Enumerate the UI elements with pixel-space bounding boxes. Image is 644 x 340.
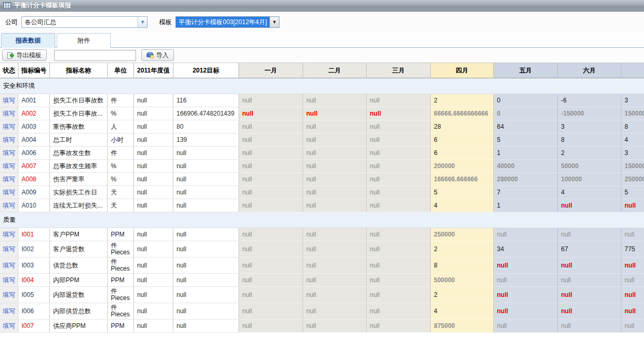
month-value-cell: null — [367, 228, 431, 241]
indicator-name-cell: 客户退货数 — [50, 241, 108, 257]
fill-link[interactable]: 填写 — [0, 287, 18, 303]
month-value-cell: 8 — [558, 133, 621, 147]
indicator-code-cell: A010 — [18, 199, 50, 212]
target-2012-cell: null — [173, 241, 239, 257]
month-value-cell: 3 — [558, 120, 621, 133]
indicator-row: 填写I005内部退货数件Piecesnullnullnullnullnull2n… — [0, 287, 644, 303]
export-template-button[interactable]: 导出模板 — [2, 49, 47, 61]
month-value-cell: null — [303, 186, 367, 199]
column-header: 二月 — [303, 63, 367, 78]
month-value-cell: null — [558, 199, 621, 212]
indicator-code-cell: A004 — [18, 133, 50, 147]
toolbar: 导出模板 导入 — [0, 48, 644, 63]
value-2011-cell: null — [134, 186, 173, 199]
fill-link[interactable]: 填写 — [0, 257, 18, 274]
month-value-cell: 250000 — [431, 228, 494, 241]
chevron-down-icon[interactable]: ▼ — [269, 17, 279, 27]
month-value-cell: null — [303, 228, 367, 241]
month-value-cell: null — [367, 173, 431, 186]
fill-link[interactable]: 填写 — [0, 186, 18, 199]
fill-link[interactable]: 填写 — [0, 228, 18, 241]
month-value-cell: null — [239, 173, 303, 186]
month-value-cell: 2 — [431, 241, 494, 257]
month-value-cell: -150000 — [558, 107, 621, 120]
month-value-cell: null — [367, 257, 431, 274]
month-value-cell: 4 — [431, 199, 494, 212]
value-2011-cell: null — [134, 257, 173, 274]
month-value-cell: 2 — [558, 147, 621, 160]
month-value-cell: null — [239, 303, 303, 320]
month-value-cell: null — [494, 320, 558, 333]
month-value-cell: 5 — [431, 186, 494, 199]
indicator-code-cell: A008 — [18, 173, 50, 186]
column-header: 五月 — [494, 63, 558, 78]
indicator-row: 填写A009实际损失工作日天nullnullnullnullnull5745 — [0, 186, 644, 199]
fill-link[interactable]: 填写 — [0, 160, 18, 173]
fill-link[interactable]: 填写 — [0, 120, 18, 133]
unit-cell: 人 — [108, 120, 134, 133]
month-value-cell: 1 — [494, 147, 558, 160]
indicator-name-cell: 连续无工时损失... — [50, 199, 108, 212]
value-2011-cell: null — [134, 160, 173, 173]
month-value-cell: null — [494, 228, 558, 241]
tab-strip: 报表数据附件 — [0, 33, 644, 48]
page-title: 平衡计分卡模板填报 — [14, 1, 71, 10]
column-header: 2012目标 — [173, 63, 239, 78]
month-value-cell: 250000 — [621, 173, 644, 186]
indicator-row: 填写I007供应商PPMPPMnullnullnullnullnull87500… — [0, 320, 644, 333]
month-value-cell: 875000 — [431, 320, 494, 333]
import-button[interactable]: 导入 — [141, 49, 174, 61]
month-value-cell: 3 — [621, 147, 644, 160]
value-2011-cell: null — [134, 173, 173, 186]
tab-attachments[interactable]: 附件 — [57, 33, 111, 48]
month-value-cell: 500000 — [431, 274, 494, 287]
month-value-cell: 166666.666666 — [431, 173, 494, 186]
fill-link[interactable]: 填写 — [0, 320, 18, 333]
unit-cell: 件Pieces — [108, 287, 134, 303]
fill-link[interactable]: 填写 — [0, 147, 18, 160]
month-value-cell: 100000 — [558, 173, 621, 186]
indicator-name-cell: 损失工作日事故数 — [50, 94, 108, 107]
indicator-name-cell: 总事故发生数 — [50, 147, 108, 160]
value-2011-cell: null — [134, 133, 173, 147]
month-value-cell: null — [303, 133, 367, 147]
fill-link[interactable]: 填写 — [0, 303, 18, 320]
indicator-name-cell: 客户PPM — [50, 228, 108, 241]
company-select[interactable]: 各公司汇总 ▼ — [22, 16, 148, 28]
fill-link[interactable]: 填写 — [0, 199, 18, 212]
titlebar: 平衡计分卡模板填报 — [0, 0, 644, 12]
file-path-input[interactable] — [54, 50, 136, 61]
unit-cell: PPM — [108, 228, 134, 241]
indicator-name-cell: 重伤事故数 — [50, 120, 108, 133]
month-value-cell: null — [239, 147, 303, 160]
column-header: 三月 — [367, 63, 431, 78]
tab-report-data[interactable]: 报表数据 — [1, 33, 55, 48]
month-value-cell: 3 — [621, 94, 644, 107]
value-2011-cell: null — [134, 303, 173, 320]
value-2011-cell: null — [134, 94, 173, 107]
target-2012-cell: 139 — [173, 133, 239, 147]
month-value-cell: null — [367, 160, 431, 173]
fill-link[interactable]: 填写 — [0, 173, 18, 186]
indicator-row: 填写A010连续无工时损失...天nullnullnullnullnull41n… — [0, 199, 644, 212]
fill-link[interactable]: 填写 — [0, 133, 18, 147]
indicator-name-cell: 供货总数 — [50, 257, 108, 274]
unit-cell: PPM — [108, 320, 134, 333]
month-value-cell: 5 — [621, 186, 644, 199]
column-header: 2011年度值 — [134, 63, 173, 78]
month-value-cell: null — [303, 241, 367, 257]
month-value-cell: null — [367, 186, 431, 199]
month-value-cell: null — [494, 287, 558, 303]
month-value-cell: null — [239, 94, 303, 107]
fill-link[interactable]: 填写 — [0, 241, 18, 257]
value-2011-cell: null — [134, 320, 173, 333]
template-select[interactable]: 平衡计分卡模板003[2012年4月] ▼ — [175, 16, 279, 28]
fill-link[interactable]: 填写 — [0, 107, 18, 120]
indicator-code-cell: I001 — [18, 228, 50, 241]
month-value-cell: null — [303, 160, 367, 173]
fill-link[interactable]: 填写 — [0, 94, 18, 107]
value-2011-cell: null — [134, 241, 173, 257]
import-icon — [147, 52, 154, 58]
fill-link[interactable]: 填写 — [0, 274, 18, 287]
chevron-down-icon[interactable]: ▼ — [138, 17, 147, 27]
